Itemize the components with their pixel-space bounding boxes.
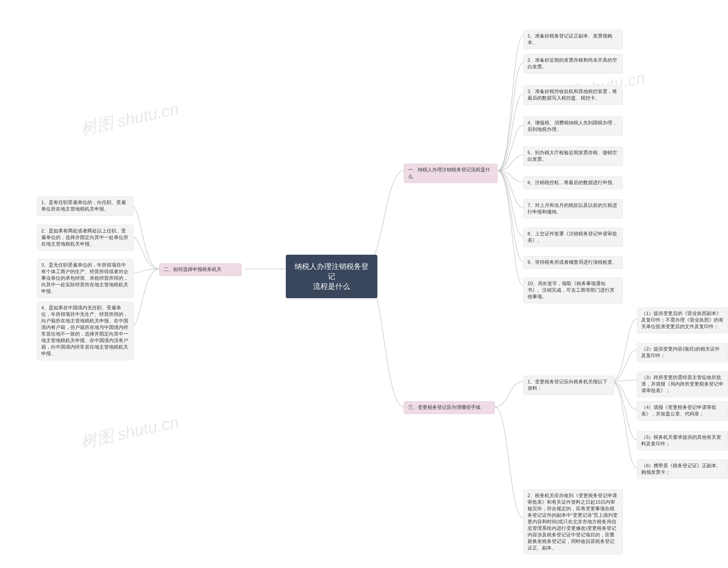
branch-2-item-1: 1、是有任职受雇单位的，向任职、受雇单位所在地主管地税机关申报。 [37,196,134,216]
branch-1-item-9: 9、等待税务所或者稽查局进行清税检查。 [523,256,623,269]
branch-1-item-4: 4、增值税、消费税纳税人先到国税办理，后到地税办理。 [523,117,623,136]
branch-1: 一、纳税人办理注销税务登记流程是什么 [404,164,498,183]
root-title-line2: 流程是什么 [293,281,370,292]
branch-3: 三、变更税务登记应办理哪些手续 [404,401,495,414]
watermark: 树图 shutu.cn [78,411,181,453]
branch-2-item-4: 4、是如果在中国境内无任职、受雇单位，年所得项目中无生产、经营所得的，向户籍所在… [37,302,134,360]
branch-1-item-3: 3、准备好税控收款机和其他税控装置，将最后的数据写入税控盘、税控卡。 [523,85,623,105]
watermark: 树图 shutu.cn [78,98,181,140]
branch-2-item-2: 2、是如果有两处或者两处以上任职、受雇单位的，选择并固定向其中一处单位所在地主管… [37,225,134,251]
branch-1-label: 一、纳税人办理注销税务登记流程是什么 [408,167,493,180]
branch-1-item-1: 1、准备好税务登记证正副本、发票领购本。 [523,30,623,49]
root-node: 纳税人办理注销税务登记 流程是什么 [286,255,377,298]
branch-3-child-1: 1、变更税务登记应向税务机关报以下资料： [523,376,614,395]
branch-1-item-2: 2、准备好近期的发票存根和尚未开具的空白发票。 [523,54,623,73]
branch-1-item-5: 5、到办税大厅检验近期发票存根、缴销空白发票。 [523,146,623,166]
branch-3-child-1-item-4: （4）填报《变更税务登记申请审批表》，并加盖公章、代码章； [637,401,728,421]
branch-1-item-8: 8、上交证件签署《注销税务登记申请审批表》。 [523,228,623,247]
mindmap-canvas: 树图 shutu.cn 树图 shutu.cn 树图 shutu.cn [0,0,728,568]
root-title-line1: 纳税人办理注销税务登记 [293,261,370,281]
branch-3-child-2: 2、税务机关应自收到《变更税务登记申请审批表》和有关证件资料之日起15日内审核完… [523,490,623,554]
branch-1-item-6: 6、注销税控机，将最后的数据进行申报。 [523,176,623,189]
branch-2: 二、如何选择申报税务机关 [159,263,242,276]
branch-3-child-1-item-1: （1）提供变更后的《营业执照副本》及复印件；不需办理《营业执照》的有关单位批准变… [637,307,728,333]
branch-1-item-7: 7、对上月和当月的税款以及以前的欠税进行申报和缴纳。 [523,199,623,218]
branch-3-child-1-item-5: （5）税务机关要求提供的其他有关资料及复印件； [637,431,728,451]
branch-1-item-10: 10、局长签字，领取《税务事项通知书》。注销完成，可去工商等部门进行其他事项。 [523,277,623,304]
branch-2-item-3: 3、是无任职受雇单位的，年所得项目中有个体工商户的生产、经营所得或者对企事业单位… [37,259,134,298]
branch-2-label: 二、如何选择申报税务机关 [164,266,222,273]
branch-3-label: 三、变更税务登记应办理哪些手续 [408,404,481,411]
branch-3-child-1-item-6: （6）携带原《税务登记证》正副本、购领发票卡； [637,460,728,479]
branch-3-child-1-item-3: （3）跨所变更的需经原主管征收所批准，并填报《局内跨所变更税务登记申请审批表》； [637,371,728,397]
branch-3-child-1-item-2: （2）提供变更内容(项目)的相关证件及复印件； [637,343,728,362]
